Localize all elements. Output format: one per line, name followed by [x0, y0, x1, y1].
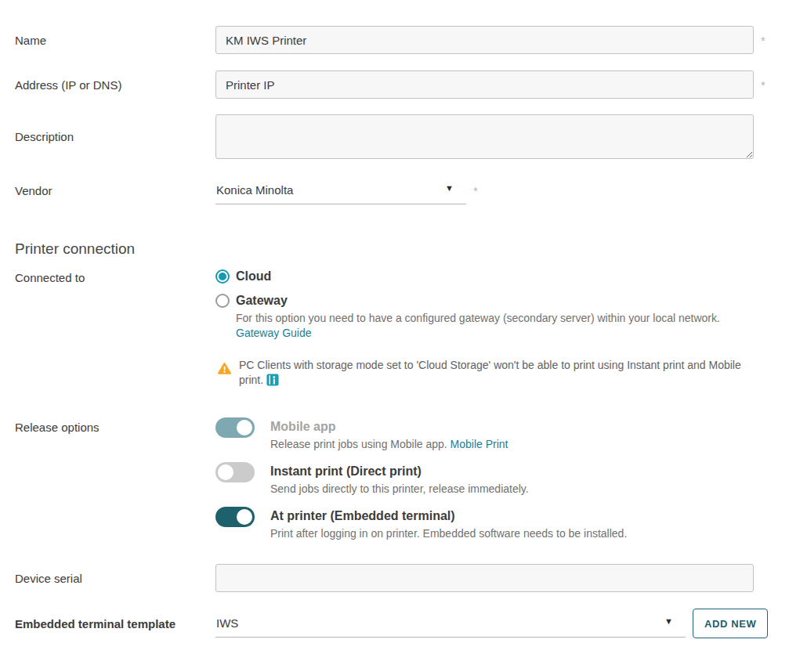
- radio-gateway[interactable]: Gateway: [215, 294, 758, 308]
- toggle-block-instant-print: Instant print (Direct print) Send jobs d…: [215, 462, 529, 498]
- connected-to-radio-group: Cloud Gateway For this option you need t…: [215, 269, 758, 388]
- terminal-template-select[interactable]: IWS ▼: [215, 609, 686, 638]
- toggle-block-at-printer: At printer (Embedded terminal) Print aft…: [215, 507, 627, 543]
- required-asterisk: *: [761, 78, 765, 92]
- at-printer-label: At printer (Embedded terminal): [270, 508, 627, 524]
- release-options-row: Release options Mobile app Release print…: [15, 417, 789, 551]
- warning-icon: [217, 362, 232, 375]
- chevron-down-icon: ▼: [664, 616, 673, 626]
- mobile-app-description-text: Release print jobs using Mobile app.: [270, 438, 447, 450]
- printer-connection-heading: Printer connection: [15, 240, 789, 258]
- instant-print-toggle[interactable]: [215, 462, 255, 482]
- add-new-button[interactable]: ADD NEW: [693, 609, 768, 638]
- name-label: Name: [15, 34, 215, 47]
- terminal-template-select-value: IWS: [215, 616, 238, 630]
- warning-text-content: PC Clients with storage mode set to 'Clo…: [239, 359, 741, 386]
- terminal-template-label: Embedded terminal template: [15, 617, 215, 630]
- mobile-app-toggle[interactable]: [215, 417, 255, 438]
- at-printer-toggle[interactable]: [215, 507, 255, 527]
- toggle-block-mobile-app: Mobile app Release print jobs using Mobi…: [215, 417, 509, 453]
- radio-cloud-circle[interactable]: [215, 269, 230, 284]
- connected-to-row: Connected to Cloud Gateway For this opti…: [15, 269, 789, 388]
- address-label: Address (IP or DNS): [15, 78, 215, 92]
- instant-print-description: Send jobs directly to this printer, rele…: [270, 482, 529, 497]
- toggle-knob: [237, 420, 252, 435]
- instant-print-label: Instant print (Direct print): [270, 464, 529, 479]
- warning-text: PC Clients with storage mode set to 'Clo…: [239, 358, 758, 388]
- gateway-guide-link[interactable]: Gateway Guide: [236, 327, 312, 339]
- device-serial-label: Device serial: [15, 572, 215, 585]
- radio-gateway-label: Gateway: [236, 294, 288, 308]
- vendor-select-value: Konica Minolta: [215, 183, 293, 197]
- name-input[interactable]: [215, 26, 754, 54]
- mobile-app-label: Mobile app: [270, 419, 509, 435]
- connected-to-label: Connected to: [15, 269, 215, 284]
- vendor-select[interactable]: Konica Minolta ▼: [215, 176, 466, 204]
- required-asterisk: *: [761, 34, 765, 47]
- terminal-template-row: Embedded terminal template IWS ▼ ADD NEW: [15, 609, 789, 638]
- device-serial-row: Device serial: [15, 564, 789, 592]
- radio-gateway-circle[interactable]: [215, 294, 230, 308]
- device-serial-input[interactable]: [215, 564, 754, 592]
- chevron-down-icon: ▼: [445, 183, 454, 193]
- mobile-print-link[interactable]: Mobile Print: [451, 438, 509, 450]
- required-asterisk: *: [473, 184, 478, 197]
- description-row: Description: [15, 114, 789, 159]
- vendor-label: Vendor: [15, 184, 215, 197]
- radio-cloud-label: Cloud: [236, 269, 271, 284]
- toggle-knob: [218, 464, 233, 480]
- address-row: Address (IP or DNS) *: [15, 70, 789, 99]
- toggle-knob: [237, 509, 252, 525]
- radio-cloud[interactable]: Cloud: [215, 269, 758, 284]
- name-row: Name *: [15, 26, 789, 54]
- gateway-description: For this option you need to have a confi…: [236, 311, 758, 341]
- vendor-row: Vendor Konica Minolta ▼ *: [15, 176, 789, 204]
- info-icon[interactable]: [266, 374, 279, 386]
- description-label: Description: [15, 130, 215, 143]
- at-printer-description: Print after logging in on printer. Embed…: [270, 526, 627, 541]
- mobile-app-description: Release print jobs using Mobile app. Mob…: [270, 437, 509, 452]
- address-input[interactable]: [215, 70, 754, 99]
- gateway-description-text: For this option you need to have a confi…: [236, 312, 720, 324]
- cloud-storage-warning: PC Clients with storage mode set to 'Clo…: [217, 358, 758, 388]
- printer-settings-form: Name * Address (IP or DNS) * Description…: [0, 0, 789, 638]
- release-options-label: Release options: [15, 417, 215, 434]
- description-textarea[interactable]: [215, 114, 754, 159]
